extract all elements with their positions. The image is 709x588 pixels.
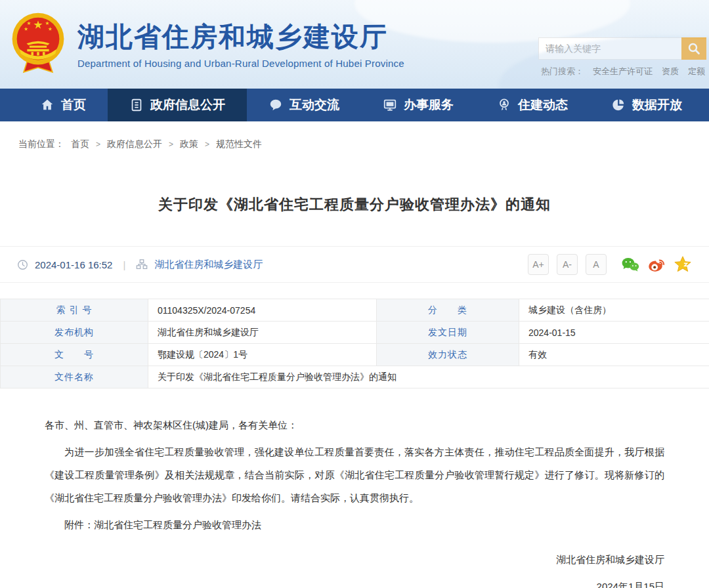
table-row: 发布机构 湖北省住房和城乡建设厅 发文日期 2024-01-15	[1, 322, 709, 344]
breadcrumb-item-normative-docs[interactable]: 规范性文件	[216, 138, 262, 150]
table-row: 文 号 鄂建设规〔2024〕1号 效力状态 有效	[1, 344, 709, 366]
home-icon	[40, 98, 54, 112]
nav-label: 数据开放	[632, 96, 682, 114]
article-meta-left: 2024-01-16 16:52 | 湖北省住房和城乡建设厅	[17, 259, 263, 271]
table-row: 索 引 号 01104325X/2024-07254 分 类 城乡建设（含住房）	[1, 299, 709, 322]
validity-status-value: 有效	[519, 344, 709, 366]
salutation: 各市、州、直管市、神农架林区住(城)建局，各有关单位：	[45, 413, 664, 436]
nav-label: 政府信息公开	[150, 96, 225, 114]
breadcrumb-label: 当前位置：	[18, 138, 64, 150]
breadcrumb-item-home[interactable]: 首页	[71, 138, 89, 150]
font-reset-button[interactable]: A	[586, 254, 607, 275]
breadcrumb-separator: >	[96, 140, 100, 149]
issuing-agency-label: 发布机构	[1, 322, 148, 344]
font-smaller-button[interactable]: A-	[557, 254, 578, 275]
site-header: 湖北省住房和城乡建设厅 Department of Housing and Ur…	[0, 0, 709, 89]
article-meta-tools: A+ A- A	[528, 254, 692, 275]
main-nav: 首页 政府信息公开 互动交流 办事服务	[0, 89, 709, 121]
nav-item-news[interactable]: 住建动态	[475, 89, 590, 121]
nav-item-services[interactable]: 办事服务	[361, 89, 475, 121]
doc-name-label: 文件名称	[1, 366, 148, 388]
issuing-agency-value: 湖北省住房和城乡建设厅	[148, 322, 377, 344]
index-number-value: 01104325X/2024-07254	[148, 299, 377, 322]
pie-chart-icon	[611, 98, 626, 112]
weibo-share-icon[interactable]	[647, 255, 666, 274]
publish-time: 2024-01-16 16:52	[35, 259, 112, 270]
clock-icon	[17, 259, 28, 270]
breadcrumb-separator: >	[169, 140, 173, 149]
nav-item-gov-info[interactable]: 政府信息公开	[108, 89, 247, 121]
meta-divider: |	[123, 259, 125, 270]
nav-item-open-data[interactable]: 数据开放	[590, 89, 704, 121]
hot-search-term-2[interactable]: 资质	[662, 66, 679, 77]
attachment-line: 附件：湖北省住宅工程质量分户验收管理办法	[45, 513, 664, 536]
hot-search-row: 热门搜索： 安全生产许可证 资质 定额	[541, 66, 705, 77]
organization-icon	[136, 259, 148, 270]
validity-status-label: 效力状态	[377, 344, 519, 366]
nav-label: 办事服务	[404, 96, 454, 114]
chat-bubble-icon	[269, 98, 283, 112]
table-row: 文件名称 关于印发《湖北省住宅工程质量分户验收管理办法》的通知	[1, 366, 709, 388]
article-source-link[interactable]: 湖北省住房和城乡建设厅	[154, 259, 263, 271]
breadcrumb-separator: >	[205, 140, 209, 149]
breadcrumb: 当前位置： 首页 > 政府信息公开 > 政策 > 规范性文件	[0, 121, 709, 150]
site-brand: 湖北省住房和城乡建设厅 Department of Housing and Ur…	[77, 22, 404, 69]
favorite-star-icon[interactable]	[674, 255, 692, 274]
site-subtitle: Department of Housing and Urban-Rural De…	[77, 58, 404, 69]
category-value: 城乡建设（含住房）	[519, 299, 709, 322]
category-label: 分 类	[377, 299, 519, 322]
document-body: 各市、州、直管市、神农架林区住(城)建局，各有关单位： 为进一步加强全省住宅工程…	[0, 413, 709, 588]
document-meta-table: 索 引 号 01104325X/2024-07254 分 类 城乡建设（含住房）…	[0, 299, 709, 388]
nav-item-interaction[interactable]: 互动交流	[247, 89, 361, 121]
nav-label: 互动交流	[290, 96, 339, 114]
search-button[interactable]	[681, 37, 706, 60]
national-emblem-logo	[11, 8, 66, 80]
index-number-label: 索 引 号	[1, 299, 148, 322]
breadcrumb-item-gov-info[interactable]: 政府信息公开	[107, 138, 162, 150]
nav-label: 住建动态	[518, 96, 568, 114]
body-paragraph: 为进一步加强全省住宅工程质量验收管理，强化建设单位工程质量首要责任，落实各方主体…	[45, 440, 664, 509]
document-icon	[129, 98, 144, 112]
monitor-icon	[383, 98, 397, 112]
signature-organization: 湖北省住房和城乡建设厅	[45, 548, 664, 571]
hot-search-term-1[interactable]: 安全生产许可证	[593, 66, 653, 77]
nav-item-home[interactable]: 首页	[18, 89, 108, 121]
search-input[interactable]	[538, 37, 681, 60]
signature-date: 2024年1月15日	[45, 575, 664, 588]
doc-number-label: 文 号	[1, 344, 148, 366]
wechat-share-icon[interactable]	[621, 255, 639, 274]
medal-person-icon	[497, 98, 511, 112]
search-icon	[687, 42, 700, 55]
doc-number-value: 鄂建设规〔2024〕1号	[148, 344, 377, 366]
site-title: 湖北省住房和城乡建设厅	[77, 22, 404, 52]
hot-search-label: 热门搜索：	[541, 66, 584, 77]
hot-search-term-3[interactable]: 定额	[688, 66, 705, 77]
issue-date-value: 2024-01-15	[519, 322, 709, 344]
doc-name-value: 关于印发《湖北省住宅工程质量分户验收管理办法》的通知	[148, 366, 709, 388]
nav-label: 首页	[61, 96, 86, 114]
article-title: 关于印发《湖北省住宅工程质量分户验收管理办法》的通知	[0, 195, 709, 215]
font-larger-button[interactable]: A+	[528, 254, 549, 275]
breadcrumb-item-policy[interactable]: 政策	[180, 138, 198, 150]
issue-date-label: 发文日期	[377, 322, 519, 344]
article-meta-row: 2024-01-16 16:52 | 湖北省住房和城乡建设厅 A+ A- A	[0, 246, 709, 283]
search-bar	[538, 37, 706, 60]
